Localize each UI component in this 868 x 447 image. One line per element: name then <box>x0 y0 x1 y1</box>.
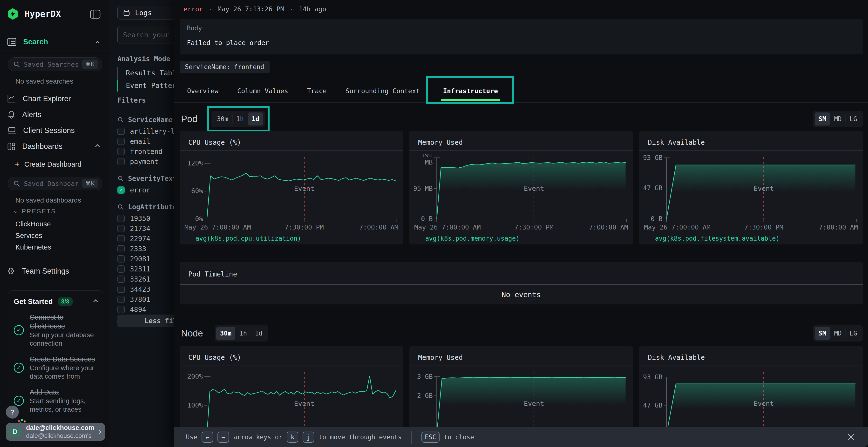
sidebar-item-chart-explorer[interactable]: Chart Explorer <box>7 94 71 103</box>
pod-size-option-LG[interactable]: LG <box>846 112 861 126</box>
filter-option-33261[interactable]: 33261 <box>117 274 174 284</box>
chevron-up-icon[interactable] <box>95 41 100 45</box>
checkbox[interactable] <box>117 215 125 222</box>
pod-range-option-1h[interactable]: 1h <box>232 112 248 126</box>
filter-option-22974[interactable]: 22974 <box>117 234 174 244</box>
node-range-control[interactable]: 30m1h1d <box>215 325 268 342</box>
filter-option-artillery-loa[interactable]: artillery-loa <box>117 126 174 136</box>
saved-searches-field[interactable] <box>24 61 79 68</box>
node-range-option-1d[interactable]: 1d <box>251 327 266 340</box>
node-size-option-MD[interactable]: MD <box>830 327 845 340</box>
pod-size-control[interactable]: SMMDLG <box>813 111 863 127</box>
checkbox[interactable] <box>117 265 125 273</box>
tab-column-values[interactable]: Column Values <box>237 87 288 95</box>
task-connect-clickhouse[interactable]: ✓ Connect to ClickHouse Set up your data… <box>14 313 97 347</box>
checkbox[interactable] <box>117 148 125 155</box>
service-name-chip[interactable]: ServiceName: frontend <box>180 61 270 73</box>
pod-range-option-1d[interactable]: 1d <box>248 112 263 126</box>
sidebar-item-search[interactable]: Search <box>7 38 48 46</box>
keyboard-hint-bar: Use ← → arrow keys or k j to move throug… <box>174 427 868 447</box>
sidebar-item-dashboards[interactable]: Dashboards <box>7 142 62 151</box>
checkbox[interactable] <box>117 306 125 313</box>
svg-text:7:00:00 AM: 7:00:00 AM <box>359 224 398 231</box>
event-search-box[interactable] <box>117 26 174 44</box>
sidebar-item-label: Chart Explorer <box>23 94 71 103</box>
filter-option-frontend[interactable]: frontend <box>117 146 174 157</box>
tab-overview[interactable]: Overview <box>187 87 218 95</box>
checkbox[interactable] <box>117 158 125 165</box>
detail-tabs: Overview Column Values Trace Surrounding… <box>174 79 868 103</box>
help-button[interactable]: ? <box>6 406 19 419</box>
saved-dashboards-field[interactable] <box>24 180 79 187</box>
svg-text:May 26 7:00:00 AM: May 26 7:00:00 AM <box>644 224 711 231</box>
checkbox[interactable] <box>117 296 125 303</box>
event-search-input[interactable] <box>123 31 174 39</box>
preset-services[interactable]: Services <box>16 232 42 240</box>
chevron-up-icon[interactable] <box>95 144 100 148</box>
dot-separator: · <box>208 5 212 13</box>
user-menu[interactable]: D dale@clickhouse.com dale@clickhouse.co… <box>6 423 105 441</box>
saved-dashboards-input[interactable]: ⌘K <box>8 177 102 190</box>
checkbox[interactable] <box>117 276 125 283</box>
sidebar-item-team-settings[interactable]: ⚙ Team Settings <box>7 267 69 276</box>
preset-clickhouse[interactable]: ClickHouse <box>16 220 51 228</box>
node-range-option-30m[interactable]: 30m <box>216 327 235 340</box>
node-range-option-1h[interactable]: 1h <box>236 327 251 340</box>
mode-event-patterns[interactable]: Event Patterns <box>117 79 174 92</box>
svg-text:May 26 7:00:00 AM: May 26 7:00:00 AM <box>414 224 481 231</box>
mode-results-table[interactable]: Results Table <box>117 67 174 79</box>
close-icon[interactable] <box>847 433 856 442</box>
pod-range-option-30m[interactable]: 30m <box>213 112 232 126</box>
filter-option-21734[interactable]: 21734 <box>117 224 174 234</box>
pod-range-control[interactable]: 30m1h1d <box>212 111 265 127</box>
pod-size-option-SM[interactable]: SM <box>815 112 830 126</box>
node-size-control[interactable]: SMMDLG <box>813 325 863 342</box>
svg-text:Event: Event <box>524 184 544 192</box>
filter-option-34423[interactable]: 34423 <box>117 284 174 294</box>
checkbox-checked[interactable]: ✓ <box>117 186 125 194</box>
task-title: Connect to ClickHouse <box>30 313 97 331</box>
checkbox[interactable] <box>117 128 125 135</box>
sidebar-item-alerts[interactable]: Alerts <box>7 110 41 119</box>
create-dashboard-button[interactable]: + Create Dashboard <box>15 160 82 169</box>
svg-text:95 MB: 95 MB <box>414 185 433 192</box>
task-desc: Configure where your data comes from <box>30 364 97 381</box>
sidebar-collapse-icon[interactable] <box>90 10 100 19</box>
less-filters-button[interactable]: Less fil <box>117 314 174 327</box>
check-circle-icon: ✓ <box>14 396 24 406</box>
checkbox[interactable] <box>117 235 125 242</box>
source-selector-button[interactable]: Logs <box>117 6 174 20</box>
search-icon <box>117 204 124 210</box>
saved-searches-input[interactable]: ⌘K <box>8 57 102 71</box>
tab-surrounding-context[interactable]: Surrounding Context <box>345 87 420 95</box>
checkbox[interactable] <box>117 245 125 252</box>
filter-option-29081[interactable]: 29081 <box>117 254 174 264</box>
filter-option-error[interactable]: ✓error <box>117 185 174 195</box>
filter-option-2333[interactable]: 2333 <box>117 244 174 254</box>
presets-toggle[interactable]: PRESETS <box>14 208 56 215</box>
node-size-option-LG[interactable]: LG <box>846 327 861 340</box>
node-size-option-SM[interactable]: SM <box>815 327 830 340</box>
filter-option-email[interactable]: email <box>117 136 174 146</box>
preset-kubernetes[interactable]: Kubernetes <box>16 243 51 251</box>
chart-title: Memory Used <box>409 346 633 362</box>
user-team: dale@clickhouse.com's <box>26 432 94 440</box>
filter-option-19350[interactable]: 19350 <box>117 213 174 224</box>
pod-size-option-MD[interactable]: MD <box>830 112 845 126</box>
checkbox[interactable] <box>117 138 125 145</box>
filter-option-37801[interactable]: 37801 <box>117 294 174 304</box>
filter-option-payment[interactable]: payment <box>117 157 174 167</box>
tab-infrastructure[interactable]: Infrastructure <box>443 87 498 95</box>
chevron-up-icon[interactable] <box>93 299 98 304</box>
tab-trace[interactable]: Trace <box>307 87 327 95</box>
checkbox[interactable] <box>117 225 125 232</box>
task-create-data-sources[interactable]: ✓ Create Data Sources Configure where yo… <box>14 355 97 381</box>
filter-option-32311[interactable]: 32311 <box>117 264 174 274</box>
filter-option-4894[interactable]: 4894 <box>117 304 174 314</box>
task-desc: Start sending logs, metrics, or traces <box>30 397 97 414</box>
sidebar-item-client-sessions[interactable]: Client Sessions <box>7 126 75 135</box>
checkbox[interactable] <box>117 286 125 293</box>
checkbox[interactable] <box>117 255 125 263</box>
task-add-data[interactable]: ✓ Add Data Start sending logs, metrics, … <box>14 388 97 414</box>
dashboards-icon <box>7 142 16 150</box>
